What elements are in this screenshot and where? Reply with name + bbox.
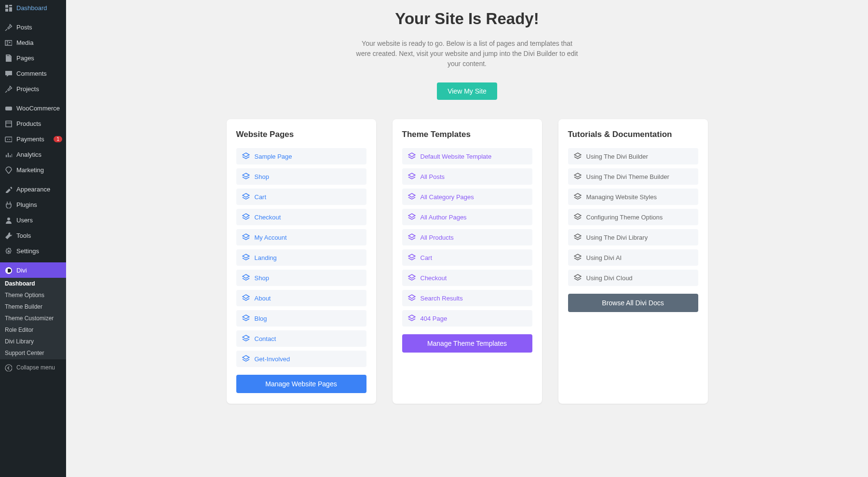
sidebar-item-products[interactable]: Products — [0, 116, 66, 131]
sidebar-item-payments[interactable]: Payments1 — [0, 131, 66, 147]
list-item[interactable]: All Products — [402, 229, 532, 245]
list-item[interactable]: Using Divi AI — [568, 249, 698, 266]
sidebar-item-settings[interactable]: Settings — [0, 243, 66, 259]
sidebar-item-plugins[interactable]: Plugins — [0, 197, 66, 212]
sidebar-item-label: Marketing — [16, 166, 62, 174]
submenu-item-dashboard[interactable]: Dashboard — [0, 278, 66, 289]
manage-templates-button[interactable]: Manage Theme Templates — [402, 334, 532, 353]
collapse-menu-button[interactable]: Collapse menu — [0, 359, 66, 376]
submenu-item-theme-builder[interactable]: Theme Builder — [0, 301, 66, 313]
list-item[interactable]: Landing — [236, 249, 366, 266]
nav-separator — [0, 96, 66, 100]
divi-icon — [4, 266, 13, 274]
sidebar-item-users[interactable]: Users — [0, 212, 66, 228]
list-item[interactable]: Search Results — [402, 290, 532, 306]
list-item[interactable]: Contact — [236, 330, 366, 347]
list-item[interactable]: About — [236, 290, 366, 306]
dashboard-icon — [4, 3, 13, 12]
list-item[interactable]: Default Website Template — [402, 148, 532, 164]
admin-sidebar: DashboardPostsMediaPagesCommentsProjects… — [0, 0, 66, 477]
media-icon — [4, 38, 13, 47]
collapse-icon — [4, 363, 13, 372]
layers-icon — [574, 193, 582, 201]
list-item-label: All Products — [420, 234, 454, 241]
sidebar-item-divi[interactable]: Divi — [0, 262, 66, 278]
sidebar-item-label: Dashboard — [16, 4, 62, 12]
pin-icon — [4, 84, 13, 93]
list-item[interactable]: All Posts — [402, 168, 532, 185]
layers-icon — [574, 254, 582, 261]
sidebar-item-label: Analytics — [16, 151, 62, 158]
list-item[interactable]: Using Divi Cloud — [568, 270, 698, 286]
sidebar-item-tools[interactable]: Tools — [0, 228, 66, 243]
payments-icon — [4, 135, 13, 143]
sidebar-item-comments[interactable]: Comments — [0, 66, 66, 81]
comment-icon — [4, 69, 13, 78]
layers-icon — [408, 213, 416, 221]
list-item[interactable]: Sample Page — [236, 148, 366, 164]
submenu-item-theme-options[interactable]: Theme Options — [0, 289, 66, 301]
list-item[interactable]: Using The Divi Library — [568, 229, 698, 245]
sidebar-item-posts[interactable]: Posts — [0, 19, 66, 35]
list-item-label: All Author Pages — [420, 214, 467, 221]
layers-icon — [574, 213, 582, 221]
sidebar-item-marketing[interactable]: Marketing — [0, 162, 66, 177]
sidebar-item-media[interactable]: Media — [0, 35, 66, 50]
cards-row: Website Pages Sample PageShopCartCheckou… — [85, 119, 849, 404]
submenu-item-divi-library[interactable]: Divi Library — [0, 336, 66, 347]
list-item-label: Cart — [420, 254, 433, 261]
list-item-label: Default Website Template — [420, 153, 492, 160]
layers-icon — [408, 173, 416, 180]
sidebar-item-woocommerce[interactable]: WooCommerce — [0, 100, 66, 116]
nav-separator — [0, 259, 66, 262]
sidebar-item-analytics[interactable]: Analytics — [0, 147, 66, 162]
list-item-label: All Category Pages — [420, 193, 474, 201]
collapse-label: Collapse menu — [16, 364, 55, 371]
list-item[interactable]: Cart — [402, 249, 532, 266]
sidebar-item-label: Comments — [16, 70, 62, 77]
list-item[interactable]: Shop — [236, 270, 366, 286]
browse-docs-button[interactable]: Browse All Divi Docs — [568, 294, 698, 312]
main-content: Your Site Is Ready! Your website is read… — [66, 0, 868, 477]
list-item[interactable]: Configuring Theme Options — [568, 209, 698, 225]
list-item[interactable]: Checkout — [402, 270, 532, 286]
sidebar-item-appearance[interactable]: Appearance — [0, 181, 66, 197]
layers-icon — [242, 274, 250, 282]
list-item-label: Configuring Theme Options — [586, 214, 663, 221]
list-item[interactable]: Using The Divi Theme Builder — [568, 168, 698, 185]
list-item[interactable]: Checkout — [236, 209, 366, 225]
list-item[interactable]: Blog — [236, 310, 366, 327]
list-item[interactable]: Cart — [236, 189, 366, 205]
list-item-label: About — [255, 295, 271, 302]
list-item[interactable]: Managing Website Styles — [568, 189, 698, 205]
badge: 1 — [54, 136, 62, 142]
manage-pages-button[interactable]: Manage Website Pages — [236, 375, 366, 393]
list-item[interactable]: My Account — [236, 229, 366, 245]
list-item[interactable]: 404 Page — [402, 310, 532, 327]
layers-icon — [242, 233, 250, 241]
view-site-button[interactable]: View My Site — [437, 82, 497, 100]
submenu-item-role-editor[interactable]: Role Editor — [0, 324, 66, 336]
layers-icon — [408, 193, 416, 201]
list-item[interactable]: All Category Pages — [402, 189, 532, 205]
submenu-item-support-center[interactable]: Support Center — [0, 347, 66, 359]
list-item[interactable]: Shop — [236, 168, 366, 185]
layers-icon — [408, 274, 416, 282]
submenu-item-theme-customizer[interactable]: Theme Customizer — [0, 313, 66, 324]
sidebar-item-projects[interactable]: Projects — [0, 81, 66, 96]
layers-icon — [574, 274, 582, 282]
marketing-icon — [4, 165, 13, 174]
pin-icon — [4, 23, 13, 31]
list-item[interactable]: Using The Divi Builder — [568, 148, 698, 164]
sidebar-item-label: Plugins — [16, 201, 62, 208]
list-item-label: Cart — [255, 193, 267, 201]
list-item-label: Shop — [255, 274, 269, 282]
layers-icon — [242, 335, 250, 342]
plugins-icon — [4, 200, 13, 209]
templates-card-title: Theme Templates — [402, 130, 532, 139]
list-item[interactable]: Get-Involved — [236, 351, 366, 367]
sidebar-item-pages[interactable]: Pages — [0, 50, 66, 66]
sidebar-item-dashboard[interactable]: Dashboard — [0, 0, 66, 15]
sidebar-item-label: Users — [16, 217, 62, 224]
list-item[interactable]: All Author Pages — [402, 209, 532, 225]
